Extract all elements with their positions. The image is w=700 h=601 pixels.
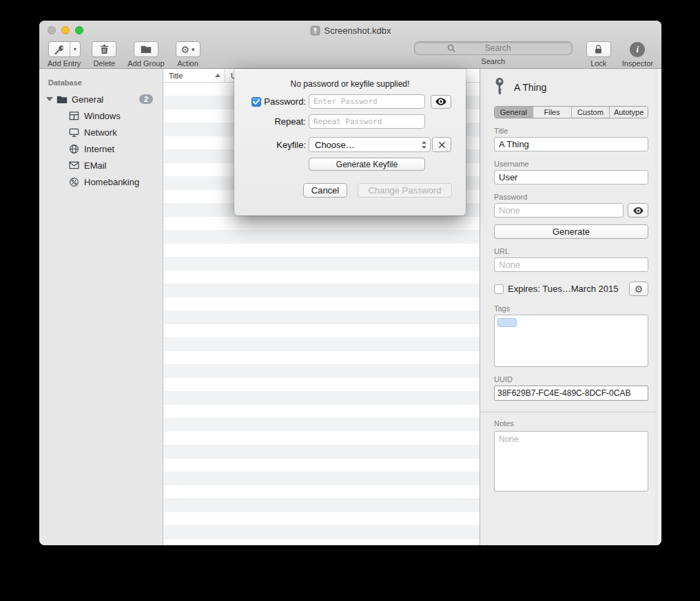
keyfile-label: Keyfile:: [276, 140, 306, 150]
repeat-password-input[interactable]: [309, 114, 425, 129]
inspector-scrollbar[interactable]: [656, 69, 661, 545]
expires-label: Expires: Tues…March 2015: [508, 284, 625, 294]
eye-icon: [633, 207, 644, 214]
inspector-toggle-button[interactable]: i: [630, 42, 645, 57]
delete-button[interactable]: [92, 41, 116, 57]
column-header-title[interactable]: Title: [163, 69, 225, 82]
action-button[interactable]: ⚙ ▾: [176, 41, 200, 57]
title-field[interactable]: [494, 137, 648, 151]
app-window: Screenshot.kdbx ▾ Add Entry: [39, 21, 661, 545]
notes-field[interactable]: [494, 431, 648, 492]
dialog-message: No password or keyfile supplied!: [234, 69, 466, 89]
password-row: Password:: [234, 94, 466, 109]
tab-custom[interactable]: Custom: [572, 107, 610, 118]
password-label: Password:: [264, 96, 306, 107]
gear-icon: ⚙: [635, 284, 644, 294]
sidebar-item-label: Homebanking: [84, 177, 139, 187]
url-field[interactable]: [494, 257, 648, 272]
url-field-label: URL: [494, 247, 648, 255]
add-entry-button[interactable]: ▾: [48, 41, 81, 57]
titlebar[interactable]: Screenshot.kdbx: [39, 21, 661, 40]
delete-label: Delete: [93, 59, 115, 67]
add-entry-item: ▾ Add Entry: [48, 41, 81, 67]
password-lead: Password:: [234, 96, 306, 107]
repeat-lead: Repeat:: [234, 116, 306, 127]
minimize-button[interactable]: [61, 26, 70, 34]
sort-ascending-icon: [215, 74, 220, 77]
password-field[interactable]: [494, 203, 624, 218]
generate-keyfile-button[interactable]: Generate Keyfile: [309, 158, 425, 171]
zoom-button[interactable]: [75, 26, 83, 34]
inspector-tabs: General Files Custom Autotype: [494, 106, 648, 118]
stepper-icon: [421, 140, 427, 149]
clear-keyfile-button[interactable]: [432, 137, 451, 152]
lock-item: Lock: [586, 41, 611, 67]
window-title: Screenshot.kdbx: [325, 25, 391, 36]
enter-password-input[interactable]: [309, 94, 425, 109]
add-group-button[interactable]: [134, 41, 158, 57]
tags-label: Tags: [494, 304, 648, 313]
add-entry-label: Add Entry: [48, 59, 81, 67]
close-icon: [438, 141, 446, 149]
close-button[interactable]: [48, 26, 56, 34]
tab-autotype[interactable]: Autotype: [610, 107, 648, 118]
window-title-wrap: Screenshot.kdbx: [310, 25, 391, 36]
repeat-row: Repeat:: [234, 114, 466, 129]
change-password-button[interactable]: Change Password: [358, 183, 452, 198]
keyfile-lead: Keyfile:: [234, 140, 306, 150]
notes-section: Notes: [480, 412, 661, 494]
inspector-label: Inspector: [622, 59, 653, 67]
lock-label: Lock: [590, 59, 606, 67]
eye-icon: [435, 98, 446, 105]
sidebar-item-homebanking[interactable]: Homebanking: [39, 173, 163, 190]
keyfile-popup-button[interactable]: Choose…: [309, 137, 431, 152]
search-field[interactable]: [414, 41, 573, 55]
sidebar-item-label: Network: [84, 127, 117, 138]
sidebar-item-windows[interactable]: Windows: [39, 107, 163, 124]
group-label: General: [72, 94, 103, 105]
sidebar-item-internet[interactable]: Internet: [39, 140, 163, 157]
trash-icon: [100, 44, 109, 54]
username-field[interactable]: [494, 170, 648, 184]
expires-row: Expires: Tues…March 2015 ⚙: [494, 282, 648, 296]
sidebar-group-general[interactable]: General 2: [39, 91, 163, 107]
sidebar-item-email[interactable]: EMail: [39, 157, 163, 173]
tags-box[interactable]: [494, 315, 648, 367]
key-icon: [494, 78, 506, 97]
lock-button[interactable]: [586, 41, 611, 57]
tag-token[interactable]: [497, 318, 517, 327]
add-entry-dropdown[interactable]: ▾: [70, 42, 80, 56]
tab-general[interactable]: General: [495, 107, 533, 118]
inspector-item: i Inspector: [622, 41, 653, 67]
sidebar-item-label: EMail: [84, 160, 107, 171]
title-field-label: Title: [494, 127, 648, 135]
repeat-label: Repeat:: [274, 116, 306, 127]
mail-icon: [68, 160, 80, 171]
toolbar-right: Search Lock i Inspector: [414, 41, 653, 67]
add-group-item: Add Group: [127, 41, 164, 67]
disclosure-triangle-icon[interactable]: [46, 97, 53, 101]
uuid-field[interactable]: [494, 386, 648, 401]
sidebar-item-label: Internet: [84, 144, 114, 154]
cancel-button[interactable]: Cancel: [303, 183, 347, 198]
generate-password-button[interactable]: Generate: [494, 224, 648, 239]
expires-checkbox[interactable]: [494, 284, 504, 294]
windows-icon: [68, 110, 80, 122]
inspector-header: A Thing: [494, 77, 648, 98]
password-checkbox[interactable]: [251, 97, 261, 107]
search-input[interactable]: [457, 43, 539, 53]
search-caption: Search: [481, 57, 505, 65]
folder-icon: [56, 94, 68, 105]
traffic-lights: [48, 26, 83, 34]
expires-settings-button[interactable]: ⚙: [629, 282, 648, 296]
sidebar-item-label: Windows: [84, 111, 121, 121]
action-item: ⚙ ▾ Action: [176, 41, 200, 67]
sidebar-item-network[interactable]: Network: [39, 124, 163, 140]
tab-files[interactable]: Files: [533, 107, 572, 118]
reveal-password-button[interactable]: [628, 203, 648, 218]
reveal-password-button[interactable]: [431, 95, 451, 109]
globe-icon: [68, 143, 80, 155]
toolbar: ▾ Add Entry Delete A: [39, 40, 661, 69]
folder-plus-icon: [141, 45, 152, 54]
action-label: Action: [177, 59, 198, 67]
